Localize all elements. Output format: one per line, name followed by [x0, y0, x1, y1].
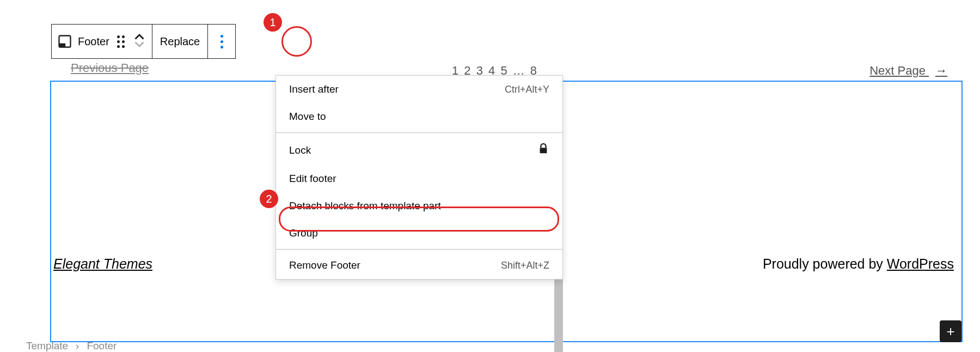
- footer-credit-prefix: Proudly powered by: [763, 256, 887, 271]
- menu-remove-footer[interactable]: Remove Footer Shift+Alt+Z: [276, 252, 562, 279]
- arrow-right-icon: →: [935, 64, 947, 77]
- menu-label: Move to: [289, 111, 326, 123]
- menu-separator: [276, 132, 562, 133]
- footer-block-icon: [57, 34, 72, 49]
- annotation-ring-2: [279, 207, 559, 232]
- replace-button[interactable]: Replace: [152, 25, 208, 58]
- drag-handle-icon[interactable]: [115, 35, 127, 48]
- annotation-badge-2: 2: [260, 190, 278, 208]
- plus-icon: +: [946, 323, 954, 340]
- menu-edit-footer[interactable]: Edit footer: [276, 165, 562, 192]
- chevron-right-icon: ›: [76, 340, 79, 352]
- block-movers: [132, 33, 146, 50]
- menu-shortcut: Ctrl+Alt+Y: [505, 84, 549, 95]
- next-page-label: Next Page: [869, 64, 926, 77]
- menu-label: Remove Footer: [289, 259, 360, 271]
- move-up-button[interactable]: [134, 33, 144, 41]
- more-options-button[interactable]: [208, 25, 235, 58]
- svg-rect-2: [540, 148, 547, 153]
- menu-insert-after[interactable]: Insert after Ctrl+Alt+Y: [276, 76, 562, 103]
- menu-shortcut: Shift+Alt+Z: [501, 260, 549, 271]
- lock-icon: [537, 143, 549, 157]
- footer-site-title[interactable]: Elegant Themes: [53, 256, 152, 272]
- footer-credit: Proudly powered by WordPress: [763, 256, 954, 272]
- menu-separator: [276, 249, 562, 250]
- menu-lock[interactable]: Lock: [276, 135, 562, 165]
- menu-label: Edit footer: [289, 173, 336, 185]
- move-down-button[interactable]: [134, 41, 144, 50]
- footer-wordpress-link[interactable]: WordPress: [887, 256, 954, 271]
- block-type-label: Footer: [78, 35, 109, 48]
- previous-page-link[interactable]: Previous Page: [71, 61, 149, 75]
- menu-label: Insert after: [289, 83, 339, 95]
- annotation-badge-1: 1: [264, 13, 282, 32]
- add-block-button[interactable]: +: [940, 320, 961, 342]
- svg-rect-1: [59, 44, 66, 47]
- kebab-icon: [220, 35, 223, 48]
- breadcrumb-template[interactable]: Template: [26, 340, 68, 352]
- next-page-link[interactable]: Next Page →: [869, 64, 947, 78]
- annotation-ring-1: [281, 26, 312, 57]
- block-toolbar: Footer Replace: [51, 24, 236, 59]
- menu-label: Lock: [289, 144, 311, 156]
- editor-breadcrumb: Template › Footer: [26, 340, 117, 352]
- breadcrumb-footer[interactable]: Footer: [87, 340, 117, 352]
- block-options-dropdown: Insert after Ctrl+Alt+Y Move to Lock Edi…: [275, 75, 563, 280]
- block-type-group: Footer: [52, 25, 152, 58]
- menu-move-to[interactable]: Move to: [276, 103, 562, 130]
